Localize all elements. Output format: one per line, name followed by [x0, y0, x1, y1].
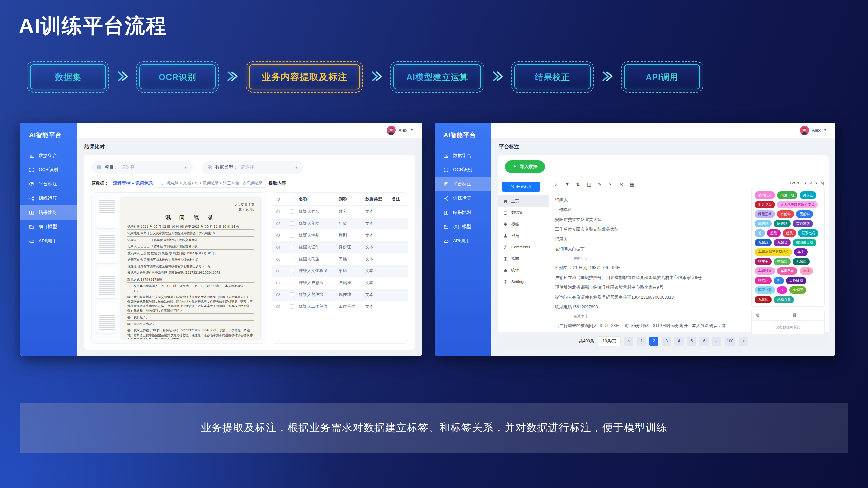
tag-pill[interactable]: 有驾照 — [789, 286, 806, 294]
annotated-span[interactable]: 15612097893 — [572, 305, 598, 310]
tag-pill[interactable]: 无超员 — [774, 239, 791, 246]
page-button-100[interactable]: 100 — [725, 337, 735, 346]
page-button-5[interactable]: 5 — [687, 337, 696, 346]
source-link[interactable]: 流程管控 – 讯问笔录 — [113, 180, 153, 186]
next-page-icon[interactable]: > — [815, 181, 817, 185]
row-checkbox[interactable] — [290, 292, 294, 297]
tag-pill[interactable]: 男 — [774, 277, 784, 284]
flow-step-3[interactable]: 业务内容提取及标注 — [249, 64, 360, 89]
tag-pill[interactable]: 身份证 — [800, 191, 816, 199]
filter-select-1[interactable]: 项目：请选择▼ — [91, 161, 193, 174]
sort-icon[interactable]: ⇅ — [576, 182, 580, 187]
row-checkbox[interactable] — [290, 221, 294, 226]
tag-pill[interactable]: 无驾照 — [755, 296, 772, 303]
avatar[interactable] — [387, 126, 396, 135]
row-checkbox[interactable] — [290, 269, 294, 273]
row-checkbox[interactable] — [290, 209, 294, 214]
row-checkbox[interactable] — [290, 281, 294, 285]
tag-pill[interactable]: 驾照未过期 — [793, 239, 816, 246]
sidebar-item-OCR识别[interactable]: OCR识别 — [435, 163, 491, 177]
chevron-down-icon[interactable]: ▼ — [824, 128, 827, 132]
start-annotate-button[interactable]: 开始标注 — [502, 182, 540, 192]
tag-pill[interactable]: 国家公职 — [755, 286, 775, 294]
nav-item-统计[interactable]: 统计 — [498, 264, 549, 276]
flow-step-6[interactable]: API调用 — [624, 64, 700, 89]
tag-pill[interactable]: 酒精含量 — [774, 296, 794, 303]
breadcrumb[interactable]: 此电脑 > 文档 (D:) > 讯问笔录 > 张三 > 第一次讯问笔录 — [157, 179, 266, 188]
avatar[interactable] — [800, 126, 809, 135]
nav-item-主页[interactable]: 主页 — [498, 195, 549, 207]
nav-item-Settings[interactable]: Settings — [498, 276, 549, 287]
columns-icon[interactable]: ◫ — [587, 182, 591, 187]
tag-pill[interactable]: 车辆过审 — [755, 267, 775, 275]
page-button-3[interactable]: 3 — [662, 337, 671, 346]
sidebar-item-平台标注[interactable]: 平台标注 — [20, 177, 77, 191]
ellipsis[interactable]: ··· — [712, 337, 721, 346]
next-page-button[interactable]: > — [739, 337, 748, 346]
flow-step-2[interactable]: OCR识别 — [139, 64, 216, 89]
tag-pill[interactable]: 车辆与驾照类型相符 — [755, 248, 792, 256]
tag-pill[interactable]: 有前科 — [777, 210, 794, 218]
sidebar-item-数据集合[interactable]: 数据集合 — [435, 148, 491, 163]
tag-pill[interactable]: 非营运 — [755, 277, 772, 284]
first-page-icon[interactable]: |< — [804, 181, 807, 185]
filter-icon[interactable]: ▼ — [565, 182, 569, 187]
tag-pill[interactable]: 超载 — [767, 229, 781, 237]
tag-pill[interactable]: 答 — [755, 229, 765, 237]
tag-pill[interactable]: 车主 — [794, 248, 808, 256]
filter-select-2[interactable]: 数据类型：请选择▼ — [202, 161, 303, 174]
row-checkbox[interactable] — [290, 304, 294, 309]
nav-item-标签[interactable]: 标签 — [498, 218, 549, 230]
tag-pill[interactable]: 超员 — [783, 229, 796, 237]
row-checkbox[interactable] — [290, 233, 294, 238]
prev-page-button[interactable]: < — [624, 337, 633, 346]
last-page-icon[interactable]: >| — [821, 181, 824, 185]
tag-pill[interactable]: 无超载 — [755, 239, 772, 246]
page-button-6[interactable]: 6 — [699, 337, 709, 346]
sidebar-item-项目模型[interactable]: 项目模型 — [20, 220, 77, 234]
chevron-down-icon[interactable]: ▼ — [410, 128, 413, 132]
annotated-span[interactable]: 白振宇 — [572, 247, 585, 252]
cut-icon[interactable]: ✂ — [609, 182, 612, 187]
per-page-select[interactable]: 10条/页 — [598, 336, 621, 346]
sidebar-item-训练运算[interactable]: 训练运算 — [435, 191, 491, 205]
page-thumbnail-1[interactable] — [96, 198, 117, 228]
image-icon[interactable]: ▦ — [630, 182, 634, 187]
import-data-button[interactable]: 导入数据 — [505, 160, 545, 173]
tag-pill[interactable]: 出身日期 — [786, 277, 806, 284]
sidebar-item-API调用[interactable]: API调用 — [435, 234, 491, 248]
row-checkbox[interactable] — [290, 245, 294, 249]
tag-pill[interactable]: 无前科 — [796, 210, 813, 218]
page-button-4[interactable]: 4 — [674, 337, 684, 346]
tag-pill[interactable]: 车辆已审 — [777, 267, 797, 275]
sidebar-item-OCR识别[interactable]: OCR识别 — [20, 163, 77, 177]
tag-pill[interactable]: 非车主 — [755, 258, 772, 265]
page-thumbnail-2[interactable] — [96, 232, 117, 263]
tag-pill[interactable]: 无保险 — [793, 258, 810, 265]
nav-item-数据集[interactable]: 数据集 — [498, 207, 549, 218]
page-thumbnail-4[interactable] — [96, 302, 117, 333]
tag-pill[interactable]: 普通道路 — [793, 220, 813, 227]
select-all-checkbox[interactable] — [290, 197, 294, 201]
flow-step-4[interactable]: AI模型建立运算 — [393, 64, 481, 89]
sidebar-item-结果比对[interactable]: 结果比对 — [435, 205, 491, 220]
row-checkbox[interactable] — [290, 257, 294, 261]
sidebar-item-API调用[interactable]: API调用 — [20, 234, 77, 248]
tag-pill[interactable]: 有保险 — [774, 258, 791, 265]
flow-step-1[interactable]: 数据集 — [30, 64, 106, 89]
sidebar-item-训练运算[interactable]: 训练运算 — [20, 191, 77, 205]
tag-pill[interactable]: 被询问人 — [755, 191, 775, 199]
tag-pill[interactable]: 人大代表或者政协委员 — [777, 201, 818, 208]
delete-icon[interactable]: ✕ — [619, 182, 623, 187]
tag-pill[interactable]: 快速路 — [774, 220, 791, 227]
nav-item-指南[interactable]: 指南 — [498, 253, 549, 264]
tag-pill[interactable]: 女 — [777, 286, 787, 294]
tag-pill[interactable]: 出生日期 — [777, 191, 797, 199]
page-button-1[interactable]: 1 — [637, 337, 646, 346]
sidebar-item-项目模型[interactable]: 项目模型 — [435, 220, 491, 234]
flow-step-5[interactable]: 结果校正 — [514, 64, 591, 89]
tag-pill[interactable]: 营运 — [800, 267, 813, 275]
check-icon[interactable]: ✓ — [554, 182, 558, 187]
tag-pill[interactable]: 联系电话 — [798, 229, 818, 237]
sidebar-item-数据集合[interactable]: 数据集合 — [20, 148, 77, 163]
